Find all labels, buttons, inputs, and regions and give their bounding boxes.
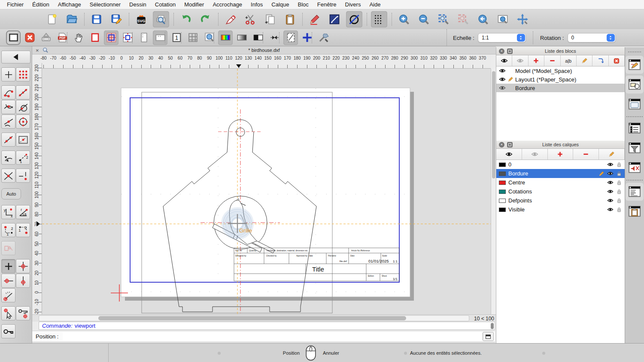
dock-command-line-button[interactable] (626, 183, 644, 201)
block-row[interactable]: Bordure (496, 84, 625, 92)
print-button[interactable] (39, 30, 53, 45)
preferences-button[interactable] (316, 30, 331, 45)
visibility-eye-icon[interactable] (499, 84, 506, 91)
undo-button[interactable] (178, 11, 194, 27)
redo-button[interactable] (197, 11, 214, 27)
layer-row[interactable]: Visible (496, 205, 625, 214)
lock-icon[interactable] (616, 171, 622, 177)
restrict-directions-button[interactable] (1, 151, 15, 165)
delete-button[interactable] (222, 11, 239, 27)
lock-icon[interactable] (616, 189, 622, 195)
visibility-eye-icon[interactable] (499, 76, 506, 83)
position-input[interactable] (63, 332, 481, 341)
snap-center-button[interactable] (16, 115, 30, 129)
snap-endpoint-button[interactable] (1, 85, 15, 100)
dock-entity-list-button[interactable] (626, 119, 644, 137)
menu-item[interactable]: Divers (341, 0, 365, 9)
tile-grid-button[interactable] (185, 30, 200, 45)
menu-item[interactable]: Infos (246, 0, 267, 9)
grayscale-mode-button[interactable] (234, 30, 249, 45)
stepper-updown-icon[interactable] (607, 34, 615, 42)
float-panel-icon[interactable] (507, 48, 513, 54)
close-viewport-button[interactable] (22, 30, 37, 45)
paste-button[interactable] (282, 11, 298, 27)
snap-tangent-button[interactable] (16, 100, 30, 114)
vertical-scrollbar[interactable] (491, 69, 496, 314)
snap-intersection-manual-button[interactable] (1, 100, 15, 114)
snap-intersection-button[interactable] (1, 169, 15, 183)
lock-relative-zero-button[interactable] (16, 306, 30, 320)
float-panel-icon[interactable] (507, 142, 513, 148)
edit-pen-button[interactable] (307, 11, 323, 27)
pan-hand-button[interactable] (71, 30, 86, 45)
rename-block-button[interactable]: a|b (561, 55, 577, 66)
visibility-eye-icon[interactable] (607, 197, 614, 204)
insert-block-button[interactable] (592, 55, 608, 66)
layer-color-swatch[interactable] (499, 163, 506, 167)
edit-layer-button[interactable] (599, 149, 625, 160)
dock-shapes-button[interactable] (626, 75, 644, 94)
snap-on-entity-button[interactable] (16, 85, 30, 100)
menu-item[interactable]: Sélectionner (85, 0, 125, 9)
horizontal-scrollbar[interactable] (39, 315, 469, 321)
corner-point-1-button[interactable] (1, 223, 15, 237)
dock-block-editor-button[interactable] (626, 56, 644, 74)
print-preview-button[interactable] (153, 11, 169, 27)
dock-library-button[interactable] (626, 95, 644, 113)
line-tool-button[interactable] (326, 11, 343, 27)
angle-gauge-button[interactable] (1, 288, 15, 302)
lock-icon[interactable] (616, 180, 622, 186)
coordinates-cartesian-button[interactable] (1, 205, 15, 219)
command-scrollbar-thumb[interactable] (491, 323, 494, 329)
snap-grid-button[interactable] (16, 67, 30, 81)
layer-row[interactable]: Bordure (496, 169, 625, 178)
draft-mode-button[interactable] (283, 30, 298, 45)
add-block-button[interactable] (529, 55, 544, 66)
snap-free-button[interactable] (1, 67, 15, 81)
layer-color-swatch[interactable] (499, 172, 506, 176)
visibility-eye-icon[interactable] (607, 179, 614, 186)
add-layer-button[interactable] (548, 149, 574, 160)
restrict-vertical-button[interactable] (16, 274, 30, 288)
rotation-stepper[interactable]: 0 (568, 33, 616, 42)
copy-button[interactable] (262, 11, 278, 27)
save-as-button[interactable] (108, 11, 125, 27)
zoom-previous-button[interactable] (475, 11, 491, 27)
scale-stepper[interactable]: 1:1 (478, 33, 526, 42)
visibility-eye-icon[interactable] (607, 206, 614, 213)
purge-block-button[interactable] (609, 55, 625, 66)
zoom-auto-button[interactable] (435, 11, 452, 27)
color-mode-button[interactable] (218, 30, 233, 45)
snap-nearest-button[interactable] (1, 115, 15, 129)
pan-zoom-button[interactable] (514, 11, 531, 27)
menu-item[interactable]: Édition (28, 0, 54, 9)
draw-border-button[interactable] (88, 30, 102, 45)
close-panel-icon[interactable]: × (499, 142, 504, 148)
lock-icon[interactable] (616, 207, 622, 213)
visibility-eye-icon[interactable] (607, 188, 614, 195)
menu-item[interactable]: Modifier (180, 0, 208, 9)
close-panel-icon[interactable]: × (499, 48, 504, 54)
dock-filter-button[interactable] (626, 139, 644, 157)
menu-item[interactable]: Calque (267, 0, 293, 9)
layer-color-swatch[interactable] (499, 190, 506, 194)
restrict-horizontal-button[interactable] (1, 274, 15, 288)
horizontal-scrollbar-thumb[interactable] (98, 316, 406, 320)
layer-row[interactable]: Cotations (496, 187, 625, 196)
viewport-grid-button[interactable] (104, 30, 118, 45)
lock-icon[interactable] (616, 162, 622, 168)
back-button[interactable] (1, 51, 30, 63)
vertical-scrollbar-thumb[interactable] (492, 71, 495, 178)
menu-item[interactable]: Cotation (151, 0, 180, 9)
layer-color-swatch[interactable] (499, 208, 506, 212)
zoom-in-button[interactable] (396, 11, 412, 27)
dock-command-mute-button[interactable] (626, 159, 644, 177)
remove-layer-button[interactable] (573, 149, 599, 160)
zoom-window-button[interactable] (495, 11, 511, 27)
export-svg-button[interactable] (133, 11, 149, 27)
save-button[interactable] (88, 11, 105, 27)
corner-point-2-button[interactable] (16, 223, 30, 237)
remove-block-button[interactable] (544, 55, 560, 66)
layer-color-swatch[interactable] (499, 181, 506, 185)
visibility-eye-icon[interactable] (499, 67, 506, 74)
